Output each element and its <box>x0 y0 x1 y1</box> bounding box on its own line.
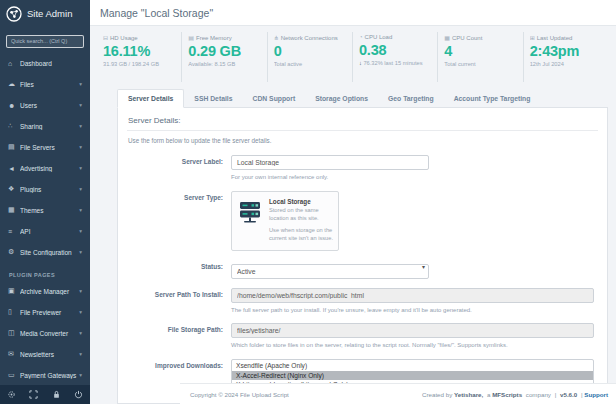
panel-heading: Server Details: <box>128 116 598 125</box>
chevron-down-icon: ▾ <box>79 123 82 129</box>
gear-icon: ⚙ <box>8 248 20 256</box>
chevron-down-icon: ▾ <box>79 249 82 255</box>
sidebar-item-dashboard[interactable]: ⌂ Dashboard <box>0 53 90 74</box>
panel-intro: Use the form below to update the file se… <box>128 137 598 144</box>
stat-sub: 12th Jul 2024 <box>530 61 603 67</box>
chevron-down-icon: ▾ <box>79 102 82 108</box>
divider <box>127 130 598 131</box>
server-icon: ▤ <box>8 143 20 151</box>
server-label-helper: For your own internal reference only. <box>231 173 594 182</box>
storage-path-row: File Storage Path: Which folder to store… <box>127 323 598 350</box>
media-grid-icon: ◫ <box>8 329 20 337</box>
chevron-down-icon: ▾ <box>79 165 82 171</box>
copyright-text: Copyright © 2024 File Upload Script <box>190 391 289 398</box>
sidebar-item-file-previewer[interactable]: ▯ File Previewer ▾ <box>0 302 90 323</box>
server-path-row: Server Path To Install: The full server … <box>127 288 598 315</box>
top-bar: Manage "Local Storage" <box>90 0 616 26</box>
server-label-row: Server Label: For your own internal refe… <box>127 155 598 182</box>
memory-icon: ▤ <box>188 34 194 41</box>
server-type-row: Server Type: <box>127 191 598 251</box>
tab-cdn-support[interactable]: CDN Support <box>243 90 306 107</box>
main-content: Manage "Local Storage" ⊟HD Usage 16.11% … <box>90 0 616 404</box>
sidebar-item-payment-gateways[interactable]: ▭ Payment Gateways ▾ <box>0 365 90 386</box>
yetishare-logo-icon <box>6 6 22 22</box>
tab-geo-targeting[interactable]: Geo Targeting <box>378 90 444 107</box>
chevron-down-icon: ▾ <box>79 186 82 192</box>
sidebar-menu: ⌂ Dashboard ☁ Files ▾ ☻ Users ▾ ∴ Sharin… <box>0 53 90 404</box>
divider: | <box>581 391 583 398</box>
status-label: Status: <box>127 260 231 279</box>
sidebar-item-archive-manager[interactable]: ▣ Archive Manager ▾ <box>0 281 90 302</box>
cpu-load-icon: ◔ <box>359 34 363 40</box>
stat-sub: 31.93 GB / 198.24 GB <box>103 61 176 67</box>
sidebar-item-users[interactable]: ☻ Users ▾ <box>0 95 90 116</box>
brand: Site Admin <box>0 0 90 27</box>
sidebar-footer-menu <box>0 385 90 404</box>
settings-gear-icon[interactable] <box>0 385 23 404</box>
sidebar-item-themes[interactable]: ▦ Themes ▾ <box>0 200 90 221</box>
power-icon[interactable] <box>68 385 91 404</box>
chevron-down-icon: ▾ <box>79 309 82 315</box>
server-details-panel: Server Details: Use the form below to up… <box>117 107 608 404</box>
stat-hd-usage: ⊟HD Usage 16.11% 31.93 GB / 198.24 GB <box>97 32 181 82</box>
version-text: v5.6.0 <box>560 391 577 398</box>
server-rack-icon <box>237 198 263 244</box>
sidebar-item-newsletters[interactable]: ✉ Newsletters ▾ <box>0 344 90 365</box>
sidebar-item-sharing[interactable]: ∴ Sharing ▾ <box>0 116 90 137</box>
tab-ssh-details[interactable]: SSH Details <box>184 90 242 107</box>
arrow-down-icon: ↓ <box>359 60 362 66</box>
option-x-accel-redirect[interactable]: X-Accel-Redirect (Nginx Only) <box>232 371 593 381</box>
yetishare-credit: Yetishare, <box>454 391 483 398</box>
server-label-input[interactable] <box>231 155 429 170</box>
storage-path-input[interactable] <box>231 323 594 338</box>
plugin-pages-section-title: PLUGIN PAGES <box>0 263 90 281</box>
lock-icon[interactable] <box>45 385 68 404</box>
cloud-icon: ☁ <box>8 80 20 88</box>
support-link[interactable]: Support <box>584 391 608 398</box>
option-xsendfile[interactable]: Xsendfile (Apache Only) <box>232 361 593 371</box>
network-icon: ⋔ <box>274 34 279 41</box>
quick-search-input[interactable] <box>6 35 84 48</box>
chevron-down-icon: ▾ <box>79 228 82 234</box>
credit-card-icon: ▭ <box>8 371 20 379</box>
users-icon: ☻ <box>8 102 20 109</box>
stat-sub: ↓ 76.32% last 15 minutes <box>359 60 432 66</box>
chevron-down-icon: ▾ <box>79 144 82 150</box>
sidebar-item-advertising[interactable]: ◄ Advertising ▾ <box>0 158 90 179</box>
footer: Copyright © 2024 File Upload Script Crea… <box>180 383 616 404</box>
file-icon: ▯ <box>8 308 20 316</box>
server-path-helper: The full server path to your install. If… <box>231 306 594 315</box>
sidebar-item-files[interactable]: ☁ Files ▾ <box>0 74 90 95</box>
hd-icon: ⊟ <box>103 34 108 41</box>
server-path-input[interactable] <box>231 288 594 303</box>
stat-value: 2:43pm <box>530 43 603 59</box>
tab-bar: Server Details SSH Details CDN Support S… <box>117 89 608 107</box>
storage-path-label: File Storage Path: <box>127 323 231 350</box>
megaphone-icon: ◄ <box>8 165 20 172</box>
fullscreen-icon[interactable] <box>23 385 46 404</box>
envelope-icon: ✉ <box>8 350 20 358</box>
server-label-label: Server Label: <box>127 155 231 182</box>
sidebar-item-api[interactable]: ≡ API ▾ <box>0 221 90 242</box>
image-icon: ▦ <box>8 206 20 214</box>
sidebar: Site Admin ⌂ Dashboard ☁ Files ▾ ☻ Users… <box>0 0 90 404</box>
stat-free-memory: ▤Free Memory 0.29 GB Available: 8.15 GB <box>181 32 266 82</box>
sidebar-item-site-configuration[interactable]: ⚙ Site Configuration ▾ <box>0 242 90 263</box>
footer-credits: Created by Yetishare, a MFScripts compan… <box>420 391 608 398</box>
stat-network-connections: ⋔Network Connections 0 Total active <box>267 32 352 82</box>
sidebar-item-file-servers[interactable]: ▤ File Servers ▾ <box>0 137 90 158</box>
sidebar-item-media-converter[interactable]: ◫ Media Converter ▾ <box>0 323 90 344</box>
stat-cpu-load: ◔CPU Load 0.38 ↓ 76.32% last 15 minutes <box>352 32 437 82</box>
tab-account-type-targeting[interactable]: Account Type Targeting <box>444 90 541 107</box>
server-path-label: Server Path To Install: <box>127 288 231 315</box>
tab-server-details[interactable]: Server Details <box>117 89 184 108</box>
share-icon: ∴ <box>8 122 20 130</box>
tab-storage-options[interactable]: Storage Options <box>305 90 378 107</box>
server-type-title: Local Storage <box>269 198 333 205</box>
stat-value: 4 <box>444 43 517 59</box>
status-select[interactable]: Active <box>231 264 429 279</box>
server-type-card[interactable]: Local Storage Stored on the same locatio… <box>231 191 339 251</box>
sidebar-item-plugins[interactable]: ❖ Plugins ▾ <box>0 179 90 200</box>
server-type-label: Server Type: <box>127 191 231 251</box>
status-row: Status: Active ▾ <box>127 260 598 279</box>
